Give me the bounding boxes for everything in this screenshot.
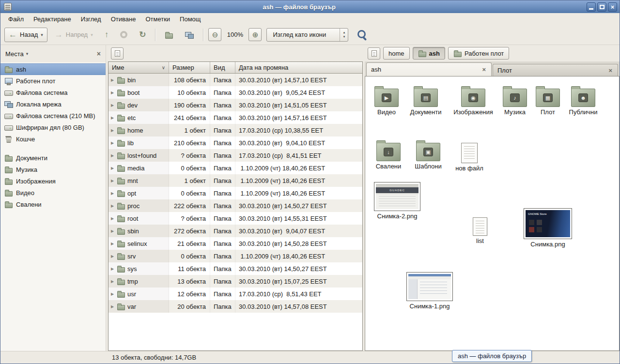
places-item[interactable]: Музика bbox=[0, 164, 106, 175]
tree-row[interactable]: ▶ home 1 обект Папка 17.03.2010 (ср) 10,… bbox=[108, 124, 362, 136]
expander-icon[interactable]: ▶ bbox=[110, 91, 115, 95]
expander-icon[interactable]: ▶ bbox=[110, 216, 115, 221]
expander-icon[interactable]: ▶ bbox=[110, 267, 115, 271]
menu-item[interactable]: Отметки bbox=[140, 14, 175, 24]
home-button[interactable] bbox=[160, 28, 178, 42]
file-icon-item[interactable]: Свалени bbox=[368, 138, 409, 170]
back-button[interactable]: ← Назад ▾ bbox=[4, 28, 47, 42]
search-button[interactable] bbox=[357, 29, 369, 41]
menu-item[interactable]: Изглед bbox=[76, 14, 106, 24]
file-icon-item[interactable]: Публични bbox=[563, 84, 604, 116]
up-button[interactable]: ↑ bbox=[100, 28, 113, 42]
reload-button[interactable]: ↻ bbox=[135, 28, 150, 42]
stop-button[interactable] bbox=[116, 28, 132, 42]
tree-row[interactable]: ▶ boot 10 обекта Папка 30.03.2010 (вт) 9… bbox=[108, 86, 362, 99]
tree-row[interactable]: ▶ tmp 13 обекта Папка 30.03.2010 (вт) 15… bbox=[108, 275, 362, 288]
tree-row[interactable]: ▶ var 20 обекта Папка 30.03.2010 (вт) 14… bbox=[108, 300, 362, 313]
tab-close-button[interactable]: × bbox=[607, 67, 613, 74]
places-item[interactable]: Свалени bbox=[0, 198, 106, 210]
expander-icon[interactable]: ▶ bbox=[110, 78, 115, 82]
location-toggle-button[interactable] bbox=[111, 47, 124, 60]
expander-icon[interactable]: ▶ bbox=[110, 304, 115, 309]
tree-row[interactable]: ▶ selinux 21 обекта Папка 30.03.2010 (вт… bbox=[108, 237, 362, 250]
expander-icon[interactable]: ▶ bbox=[110, 103, 115, 107]
expander-icon[interactable]: ▶ bbox=[110, 141, 115, 145]
expander-icon[interactable]: ▶ bbox=[110, 229, 115, 233]
menu-item[interactable]: Отиване bbox=[106, 14, 141, 24]
tree-row[interactable]: ▶ sys 11 обекта Папка 30.03.2010 (вт) 14… bbox=[108, 262, 362, 275]
expander-icon[interactable]: ▶ bbox=[110, 179, 115, 183]
expander-icon[interactable]: ▶ bbox=[110, 292, 115, 296]
maximize-button[interactable] bbox=[597, 2, 606, 12]
breadcrumb-button[interactable]: Работен плот bbox=[448, 47, 509, 60]
zoom-in-button[interactable]: ⊕ bbox=[248, 28, 262, 41]
column-header-name[interactable]: Име ∨ bbox=[108, 62, 169, 73]
places-item[interactable]: Документи bbox=[0, 152, 106, 164]
places-item[interactable]: Изображения bbox=[0, 175, 106, 187]
expander-icon[interactable]: ▶ bbox=[110, 116, 115, 120]
breadcrumb-button[interactable]: home bbox=[383, 47, 410, 60]
tree-row[interactable]: ▶ opt 0 обекта Папка 1.10.2009 (чт) 18,4… bbox=[108, 187, 362, 199]
expander-icon[interactable]: ▶ bbox=[110, 204, 115, 208]
places-item[interactable]: Работен плот bbox=[0, 75, 106, 87]
file-icon-item[interactable]: Изображения bbox=[453, 84, 494, 116]
tree-row[interactable]: ▶ lib 210 обекта Папка 30.03.2010 (вт) 9… bbox=[108, 136, 362, 149]
tree-row[interactable]: ▶ lost+found ? обекта Папка 17.03.2010 (… bbox=[108, 149, 362, 162]
titlebar[interactable]: ash — файлов браузър × bbox=[0, 0, 620, 13]
expander-icon[interactable]: ▶ bbox=[110, 279, 115, 284]
file-icon-item[interactable]: GNOME Store Снимка.png bbox=[527, 208, 568, 248]
tree-row[interactable]: ▶ usr 12 обекта Папка 17.03.2010 (ср) 8,… bbox=[108, 288, 362, 300]
close-button[interactable]: × bbox=[608, 2, 617, 12]
places-item[interactable]: Файлова система bbox=[0, 87, 106, 98]
column-header-type[interactable]: Вид bbox=[210, 62, 235, 73]
minimize-button[interactable] bbox=[587, 2, 596, 12]
menu-item[interactable]: Файл bbox=[3, 14, 29, 24]
tree-row[interactable]: ▶ root ? обекта Папка 30.03.2010 (вт) 14… bbox=[108, 212, 362, 225]
icon-view[interactable]: Видео Документи bbox=[365, 76, 620, 351]
tree-row[interactable]: ▶ srv 0 обекта Папка 1.10.2009 (чт) 18,4… bbox=[108, 250, 362, 262]
file-icon-item[interactable]: нов файл bbox=[449, 140, 490, 172]
view-mode-select[interactable]: Изглед като икони ▴ ▾ bbox=[266, 28, 348, 42]
expander-icon[interactable]: ▶ bbox=[110, 153, 115, 158]
places-item[interactable]: Файлова система (210 MB) bbox=[0, 110, 106, 121]
expander-icon[interactable]: ▶ bbox=[110, 242, 115, 246]
menu-item[interactable]: Редактиране bbox=[29, 14, 76, 24]
places-selector[interactable]: Места ▾ bbox=[5, 50, 28, 58]
menu-item[interactable]: Помощ bbox=[175, 14, 205, 24]
file-icon-item[interactable]: Видео bbox=[366, 84, 407, 116]
forward-button[interactable]: → Напред ▾ bbox=[50, 28, 97, 42]
column-header-size[interactable]: Размер bbox=[169, 62, 210, 73]
expander-icon[interactable]: ▶ bbox=[110, 128, 115, 133]
file-icon-item[interactable]: list bbox=[460, 215, 500, 245]
tab-close-button[interactable]: × bbox=[481, 66, 487, 73]
sidebar-close-button[interactable]: × bbox=[97, 50, 101, 57]
view-mode-spinner[interactable]: ▴ ▾ bbox=[340, 29, 348, 41]
back-dropdown-icon[interactable]: ▾ bbox=[41, 32, 43, 37]
tree-row[interactable]: ▶ bin 108 обекта Папка 30.03.2010 (вт) 1… bbox=[108, 74, 362, 86]
places-item[interactable]: ash bbox=[0, 63, 106, 75]
places-item[interactable]: Шифриран дял (80 GB) bbox=[0, 121, 106, 133]
tree-row[interactable]: ▶ sbin 272 обекта Папка 30.03.2010 (вт) … bbox=[108, 225, 362, 237]
tab[interactable]: ash × bbox=[366, 62, 492, 76]
column-header-date[interactable]: Дата на промяна bbox=[235, 62, 362, 73]
places-item[interactable]: Кошче bbox=[0, 133, 106, 145]
breadcrumb-button[interactable]: ash bbox=[413, 47, 445, 60]
expander-icon[interactable]: ▶ bbox=[110, 191, 115, 196]
expander-icon[interactable]: ▶ bbox=[110, 166, 115, 170]
tree-row[interactable]: ▶ etc 241 обекта Папка 30.03.2010 (вт) 1… bbox=[108, 111, 362, 124]
file-icon-item[interactable]: GUADEC Снимка-2.png bbox=[377, 182, 418, 220]
tree-row[interactable]: ▶ dev 190 обекта Папка 30.03.2010 (вт) 1… bbox=[108, 99, 362, 111]
expander-icon[interactable]: ▶ bbox=[110, 254, 115, 258]
tree-row[interactable]: ▶ mnt 1 обект Папка 1.10.2009 (чт) 18,40… bbox=[108, 174, 362, 187]
file-icon-item[interactable]: Документи bbox=[405, 84, 446, 116]
file-icon-item[interactable]: Шаблони bbox=[408, 138, 449, 170]
tree-row[interactable]: ▶ proc 222 обекта Папка 30.03.2010 (вт) … bbox=[108, 199, 362, 212]
file-icon-item[interactable]: Плот bbox=[527, 84, 568, 116]
places-item[interactable]: Видео bbox=[0, 187, 106, 198]
zoom-out-button[interactable]: ⊖ bbox=[208, 28, 221, 41]
tab[interactable]: Плот × bbox=[493, 64, 618, 76]
places-item[interactable]: Локална мрежа bbox=[0, 98, 106, 110]
computer-button[interactable] bbox=[181, 28, 198, 42]
tree-row[interactable]: ▶ media 0 обекта Папка 1.10.2009 (чт) 18… bbox=[108, 162, 362, 174]
location-toggle-button[interactable] bbox=[368, 47, 380, 60]
